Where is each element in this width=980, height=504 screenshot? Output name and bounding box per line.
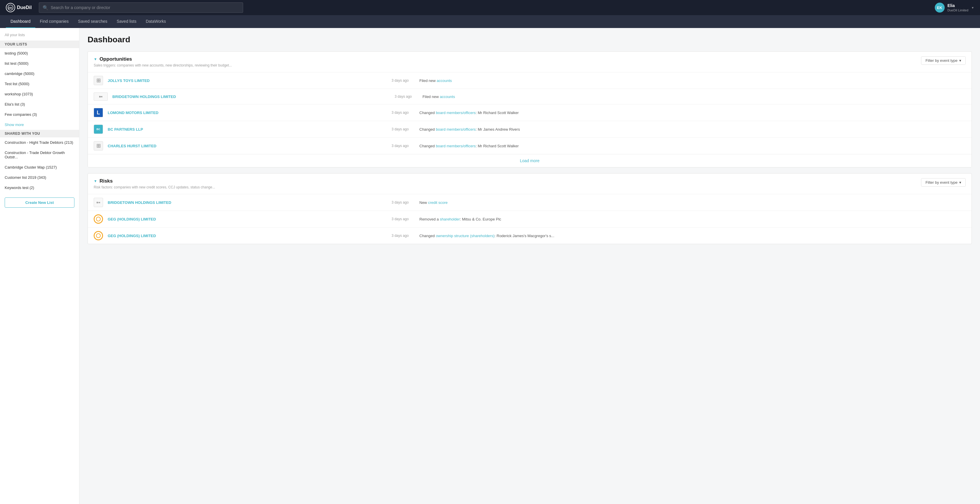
event-text: Removed a shareholder: Mitsu & Co. Europ… <box>419 217 966 221</box>
company-name-link[interactable]: GEG (HOLDINGS) LIMITED <box>108 234 381 238</box>
table-row: GEG (HOLDINGS) LIMITED 3 days ago Change… <box>88 227 972 244</box>
sidebar-item-construction-hight[interactable]: Construction - Hight Trade Debtors (213) <box>0 137 79 147</box>
table-row: ⊞ CHARLES HURST LIMITED 3 days ago Chang… <box>88 137 972 154</box>
event-text: Changed board members/officers: Mr Richa… <box>419 111 966 115</box>
sidebar-item-list-test[interactable]: list test (5000) <box>0 58 79 68</box>
chevron-down-icon: ▾ <box>959 180 961 185</box>
risks-title: ▼ Risks <box>94 178 921 184</box>
table-row: L LOMOND MOTORS LIMITED 3 days ago Chang… <box>88 104 972 121</box>
company-icon <box>94 231 103 240</box>
logo[interactable]: DD DueDil <box>6 3 32 12</box>
user-dropdown-arrow[interactable]: ▼ <box>971 6 974 10</box>
secondary-navigation: Dashboard Find companies Saved searches … <box>0 15 980 28</box>
sidebar-item-few-companies[interactable]: Few companies (3) <box>0 109 79 120</box>
page-title: Dashboard <box>88 35 972 44</box>
event-link[interactable]: board members/officers <box>436 144 476 148</box>
event-text: Filed new accounts <box>419 78 966 83</box>
event-link[interactable]: board members/officers <box>436 127 476 132</box>
time-ago: 3 days ago <box>389 95 418 98</box>
company-name-link[interactable]: GEG (HOLDINGS) LIMITED <box>108 217 381 221</box>
nav-item-saved-lists[interactable]: Saved lists <box>112 15 141 28</box>
event-link[interactable]: ownership structure (shareholders) <box>436 234 495 238</box>
table-row: GEG (HOLDINGS) LIMITED 3 days ago Remove… <box>88 211 972 227</box>
time-ago: 3 days ago <box>385 78 415 82</box>
sidebar-item-keywords-test[interactable]: Keywords test (2) <box>0 182 79 193</box>
sidebar-item-elias-list[interactable]: Elia's list (3) <box>0 99 79 109</box>
company-name-link[interactable]: JOLLYS TOYS LIMITED <box>108 78 381 83</box>
sidebar-item-cambridge-cluster[interactable]: Cambridge Cluster Map (1527) <box>0 162 79 173</box>
company-icon: ⊞ <box>94 76 103 85</box>
time-ago: 3 days ago <box>385 234 415 238</box>
company-icon: L <box>94 108 103 117</box>
sidebar-show-more[interactable]: Show more <box>0 120 79 130</box>
time-ago: 3 days ago <box>385 111 415 115</box>
company-name-link[interactable]: LOMOND MOTORS LIMITED <box>108 111 381 115</box>
event-link[interactable]: accounts <box>440 95 455 99</box>
opportunities-title-group: ▼ Opportunities Sales triggers: companie… <box>94 56 921 67</box>
sidebar-title: All your lists <box>0 33 79 41</box>
company-name-link[interactable]: BRIDGETOWN HOLDINGS LIMITED <box>112 95 384 99</box>
opportunities-title: ▼ Opportunities <box>94 56 921 62</box>
search-icon: 🔍 <box>43 5 48 11</box>
event-link[interactable]: accounts <box>437 78 452 83</box>
chevron-down-icon[interactable]: ▼ <box>94 57 97 61</box>
nav-item-saved-searches[interactable]: Saved searches <box>73 15 112 28</box>
event-text: Changed board members/officers: Mr James… <box>419 127 966 132</box>
event-text: Changed board members/officers: Mr Richa… <box>419 144 966 148</box>
table-row: B·H BRIDGETOWN HOLDINGS LIMITED 3 days a… <box>88 89 972 104</box>
avatar: EK <box>935 3 945 13</box>
sidebar-item-customer-list[interactable]: Customer list 2019 (343) <box>0 173 79 182</box>
sidebar-item-construction-trade[interactable]: Construction - Trade Debtor Growth Outst… <box>0 147 79 162</box>
main-content: All your lists YOUR LISTS testing (5000)… <box>0 28 980 504</box>
company-name-link[interactable]: BC PARTNERS LLP <box>108 127 381 132</box>
time-ago: 3 days ago <box>385 217 415 221</box>
table-row: ⊞ JOLLYS TOYS LIMITED 3 days ago Filed n… <box>88 72 972 89</box>
time-ago: 3 days ago <box>385 144 415 148</box>
page-content: Dashboard ▼ Opportunities Sales triggers… <box>80 28 980 504</box>
user-name: Elia <box>948 3 969 8</box>
opportunities-card-header: ▼ Opportunities Sales triggers: companie… <box>88 52 972 72</box>
event-text: Changed ownership structure (shareholder… <box>419 234 966 238</box>
search-input[interactable] <box>51 5 239 10</box>
company-name-link[interactable]: CHARLES HURST LIMITED <box>108 144 381 148</box>
risks-subtitle: Risk factors: companies with new credit … <box>94 185 921 189</box>
company-name-link[interactable]: BRIDGETOWN HOLDINGS LIMITED <box>108 200 381 205</box>
event-text: New credit score <box>419 200 966 205</box>
risks-title-group: ▼ Risks Risk factors: companies with new… <box>94 178 921 189</box>
sidebar-item-cambridge[interactable]: cambridge (5000) <box>0 68 79 79</box>
event-text: Filed new accounts <box>423 95 966 99</box>
sidebar-item-testing[interactable]: testing (5000) <box>0 48 79 58</box>
user-area[interactable]: EK Elia DueDil Limited ▼ <box>935 3 974 13</box>
company-icon: B·H <box>94 198 103 207</box>
company-icon: BC <box>94 125 103 134</box>
logo-text: DueDil <box>17 5 32 10</box>
event-link[interactable]: shareholder <box>440 217 460 221</box>
chevron-down-icon[interactable]: ▼ <box>94 179 97 183</box>
load-more-button[interactable]: Load more <box>88 154 972 167</box>
risks-filter-button[interactable]: Filter by event type ▾ <box>921 178 966 187</box>
user-org: DueDil Limited <box>948 8 969 12</box>
your-lists-header: YOUR LISTS <box>0 41 79 48</box>
table-row: BC BC PARTNERS LLP 3 days ago Changed bo… <box>88 121 972 137</box>
top-navigation-bar: DD DueDil 🔍 EK Elia DueDil Limited ▼ <box>0 0 980 15</box>
logo-icon: DD <box>6 3 15 12</box>
opportunities-filter-button[interactable]: Filter by event type ▾ <box>921 56 966 65</box>
search-bar[interactable]: 🔍 <box>39 2 243 13</box>
table-row: B·H BRIDGETOWN HOLDINGS LIMITED 3 days a… <box>88 194 972 211</box>
company-icon: B·H <box>94 92 108 101</box>
sidebar-item-test-list[interactable]: Test list (5000) <box>0 79 79 89</box>
time-ago: 3 days ago <box>385 127 415 131</box>
nav-item-dashboard[interactable]: Dashboard <box>6 15 35 28</box>
svg-text:DD: DD <box>8 6 12 10</box>
event-link[interactable]: board members/officers <box>436 111 476 115</box>
opportunities-card: ▼ Opportunities Sales triggers: companie… <box>88 51 972 167</box>
time-ago: 3 days ago <box>385 200 415 204</box>
nav-item-find-companies[interactable]: Find companies <box>35 15 73 28</box>
sidebar-item-workshop[interactable]: workshop (1073) <box>0 89 79 99</box>
nav-item-dataworks[interactable]: DataWorks <box>141 15 170 28</box>
shared-with-you-header: SHARED WITH YOU <box>0 130 79 137</box>
risks-card: ▼ Risks Risk factors: companies with new… <box>88 173 972 244</box>
company-icon <box>94 214 103 224</box>
create-new-list-button[interactable]: Create New List <box>5 198 75 208</box>
event-link[interactable]: credit score <box>428 200 448 205</box>
